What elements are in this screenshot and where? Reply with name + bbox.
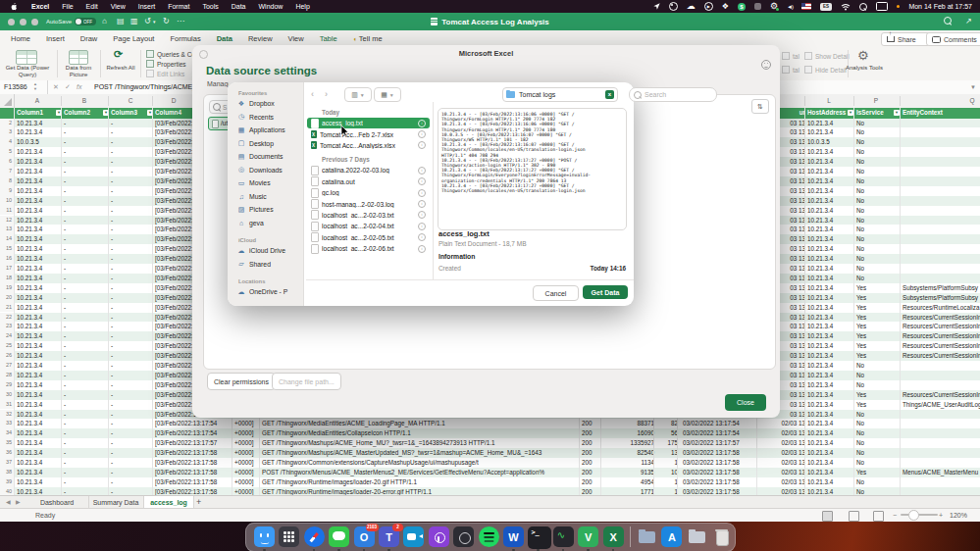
dock-spotify[interactable] — [479, 526, 499, 547]
cell[interactable]: 10.21.3.4 — [15, 477, 63, 487]
dock-vagrant[interactable]: V — [578, 526, 598, 547]
table-header-column3[interactable]: Column3▼ — [109, 108, 154, 119]
row-number[interactable]: 24 — [0, 331, 15, 341]
cell[interactable]: - — [62, 458, 110, 468]
cell[interactable]: 200 — [580, 448, 602, 458]
cell[interactable]: Yes — [854, 341, 901, 351]
file-item[interactable]: localhost_ac...2-02-04.txti — [307, 221, 430, 231]
cell[interactable]: - — [62, 216, 110, 225]
cell[interactable]: - — [109, 147, 154, 157]
row-number[interactable]: 34 — [0, 428, 15, 438]
cell[interactable]: 03/02/2022 13:17:57 — [681, 438, 758, 448]
row-number[interactable]: 19 — [0, 283, 15, 293]
row-number[interactable]: 35 — [0, 438, 15, 448]
dock-safari[interactable] — [304, 526, 325, 547]
cell[interactable]: 10.21.3.4 — [805, 216, 854, 225]
cell[interactable]: - — [62, 322, 110, 331]
cell[interactable]: GET /Thingworx/Runtime/images/loader-20-… — [260, 487, 580, 495]
cell[interactable]: No — [854, 448, 901, 458]
cell[interactable]: - — [62, 303, 110, 313]
column-letter-B[interactable]: B — [82, 94, 86, 108]
cell[interactable]: 02/03 13 — [757, 438, 807, 448]
cell[interactable]: - — [109, 380, 154, 390]
picker-sidebar[interactable]: Favourites❖Dropbox◷Recents▦Applications▢… — [228, 82, 304, 306]
menu-tools[interactable]: Tools — [202, 3, 218, 10]
zoom-in-icon[interactable]: + — [939, 509, 943, 522]
sidebar-item-icloud-drive[interactable]: ☁iCloud Drive — [228, 244, 303, 258]
refresh-all-button[interactable]: Refresh All — [103, 65, 138, 72]
cell[interactable]: Yes — [854, 303, 901, 313]
cell[interactable]: No — [854, 176, 901, 186]
sidebar-item-dropbox[interactable]: ❖Dropbox — [228, 97, 303, 111]
cell[interactable]: GET /Thingworx/MediaEntities/ACME_Loadin… — [260, 419, 580, 428]
cell[interactable]: 10.21.3.4 — [15, 419, 63, 428]
row-number[interactable]: 40 — [0, 487, 15, 495]
cell[interactable]: POST /Thingworx/Menus/ACME_MasterMenus2_… — [260, 468, 580, 477]
row-number[interactable]: 28 — [0, 371, 15, 380]
menu-edit[interactable]: Edit — [86, 3, 98, 10]
sidebar-item-onedrive-p[interactable]: ☁OneDrive - P — [228, 285, 303, 299]
formula-bar-expand-icon[interactable]: ▼ — [970, 80, 976, 94]
file-item-selected[interactable]: access_log.txti — [307, 118, 430, 128]
column-letter-P[interactable]: P — [874, 94, 878, 108]
cell[interactable]: Subsystems/PlatformSubsy — [901, 283, 980, 293]
file-list[interactable]: Todayaccess_log.txtiTomcat Acc...Feb 2-7… — [306, 104, 432, 280]
cell[interactable]: 10.21.3.4 — [15, 274, 63, 283]
cell[interactable]: - — [109, 371, 154, 380]
cell[interactable]: +0000] — [232, 448, 261, 458]
cell[interactable]: - — [109, 448, 154, 458]
zoom-level[interactable]: 120% — [950, 509, 967, 522]
cell[interactable]: 10.21.3.4 — [15, 400, 63, 410]
row-number[interactable]: 2 — [0, 119, 15, 128]
dock-excel[interactable]: X — [603, 526, 624, 547]
cell[interactable]: - — [109, 428, 154, 438]
menu-format[interactable]: Format — [168, 3, 189, 10]
us-flag-icon[interactable] — [801, 3, 811, 10]
tab-table[interactable]: Table — [319, 32, 338, 45]
cell[interactable]: - — [62, 428, 110, 438]
zoom-slider-track[interactable] — [901, 514, 938, 516]
cell[interactable]: No — [854, 137, 901, 147]
cell[interactable]: Yes — [854, 468, 901, 477]
row-number[interactable]: 37 — [0, 458, 15, 468]
cell[interactable]: 10.21.3.4 — [805, 206, 854, 216]
cell[interactable]: - — [109, 293, 154, 303]
cell[interactable]: No — [854, 254, 901, 264]
cell[interactable]: - — [109, 341, 154, 351]
cell[interactable]: 10.21.3.4 — [15, 264, 63, 274]
cell[interactable]: - — [109, 410, 154, 420]
cell[interactable]: - — [109, 254, 154, 264]
table-row[interactable]: 4010.21.3.4--[03/Feb/2022:13:17:58+0000]… — [0, 487, 980, 495]
keyboard-layout-icon[interactable]: ES — [820, 3, 832, 11]
cell[interactable]: 200 — [580, 477, 602, 487]
menu-help[interactable]: Help — [295, 3, 309, 10]
menu-file[interactable]: File — [62, 3, 73, 10]
info-icon[interactable]: i — [418, 130, 426, 138]
row-number[interactable]: 3 — [0, 127, 15, 137]
row-number[interactable]: 18 — [0, 274, 15, 283]
cell[interactable]: 9135 — [601, 468, 656, 477]
cell[interactable]: 10.21.3.4 — [15, 254, 63, 264]
cell[interactable]: 10.21.3.4 — [805, 419, 854, 428]
cell[interactable]: No — [854, 371, 901, 380]
cell[interactable]: - — [62, 448, 110, 458]
file-item[interactable]: host-manag...2-02-03.logi — [307, 198, 430, 209]
cell[interactable]: 10.21.3.4 — [15, 119, 63, 128]
row-number[interactable]: 23 — [0, 322, 15, 331]
get-data-button-dialog[interactable]: Get Data — [583, 285, 628, 299]
row-number[interactable]: 38 — [0, 468, 15, 477]
cell[interactable]: 200 — [580, 458, 602, 468]
dock-trash[interactable] — [711, 526, 732, 547]
name-box-stepper[interactable]: ▲▼ — [33, 82, 37, 91]
cell[interactable]: 10.21.3.4 — [15, 313, 63, 323]
cell[interactable]: 10.21.3.4 — [805, 157, 854, 167]
cell[interactable]: 10.21.3.4 — [15, 167, 63, 176]
dock-launchpad[interactable] — [279, 526, 299, 547]
table-row[interactable]: 3910.21.3.4--[03/Feb/2022:13:17:58+0000]… — [0, 477, 980, 487]
cell[interactable]: 10.21.3.4 — [15, 196, 63, 206]
cell[interactable]: 02/03 13 — [757, 428, 807, 438]
row-number[interactable]: 15 — [0, 244, 15, 254]
cell[interactable]: 10.21.3.4 — [805, 380, 854, 390]
cell[interactable]: - — [109, 351, 154, 361]
file-item[interactable]: localhost_ac...2-02-05.txti — [307, 232, 430, 243]
